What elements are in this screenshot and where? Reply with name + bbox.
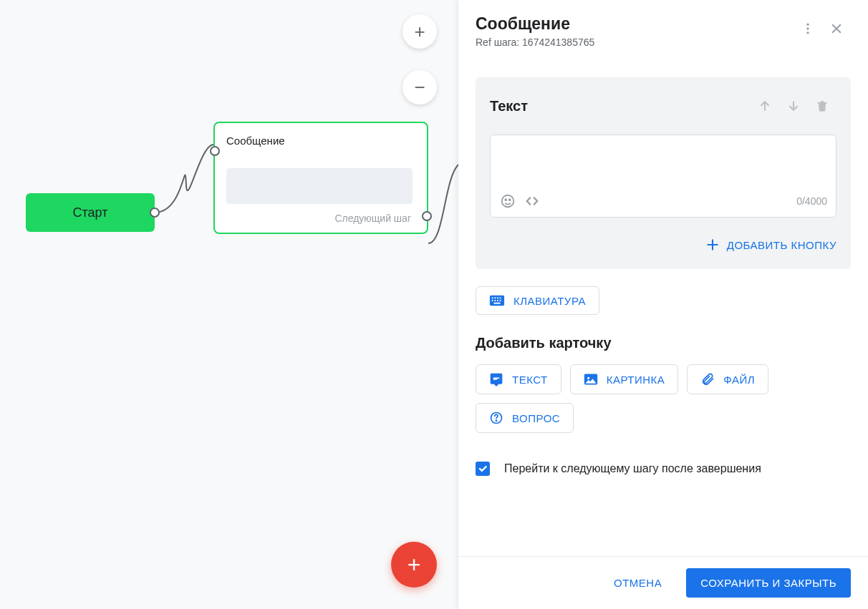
- plus-icon: +: [414, 21, 425, 43]
- text-card-header: Текст: [490, 92, 836, 120]
- node-message-title: Сообщение: [226, 135, 415, 147]
- char-counter: 0/4000: [796, 195, 827, 207]
- svg-point-2: [806, 31, 809, 34]
- next-step-checkbox[interactable]: [476, 462, 490, 476]
- card-type-buttons: ТЕКСТ КАРТИНКА ФАЙЛ ВОПРОС: [476, 364, 851, 433]
- text-card: Текст: [476, 77, 851, 269]
- node-message-body: [226, 168, 413, 204]
- flow-edges: [0, 0, 458, 609]
- save-button[interactable]: СОХРАНИТЬ И ЗАКРЫТЬ: [686, 568, 851, 598]
- keyboard-button[interactable]: КЛАВИАТУРА: [476, 286, 599, 315]
- move-up-button[interactable]: [751, 92, 779, 120]
- zoom-controls: + −: [402, 14, 437, 104]
- text-input[interactable]: 0/4000: [490, 135, 836, 218]
- node-message-port-in[interactable]: [210, 146, 220, 156]
- svg-point-17: [496, 420, 496, 421]
- plus-icon: [705, 238, 720, 252]
- check-icon: [478, 464, 488, 474]
- add-node-fab[interactable]: +: [391, 542, 437, 588]
- delete-card-button[interactable]: [808, 92, 836, 120]
- question-icon: [489, 411, 503, 425]
- node-start-label: Старт: [73, 205, 108, 220]
- svg-rect-13: [497, 300, 498, 301]
- add-text-card-label: ТЕКСТ: [512, 374, 548, 386]
- text-input-toolbar: 0/4000: [491, 187, 836, 217]
- node-message-port-out[interactable]: [422, 211, 432, 221]
- add-text-card-button[interactable]: ТЕКСТ: [476, 364, 561, 394]
- code-icon: [524, 193, 540, 209]
- arrow-up-icon: [758, 99, 772, 113]
- text-card-title: Текст: [490, 98, 751, 115]
- add-question-card-label: ВОПРОС: [512, 412, 560, 424]
- attachment-icon: [700, 372, 715, 386]
- svg-point-4: [505, 199, 506, 200]
- zoom-out-button[interactable]: −: [402, 70, 437, 104]
- close-icon: [829, 21, 844, 36]
- svg-rect-8: [494, 297, 496, 298]
- cancel-button-label: ОТМЕНА: [614, 577, 662, 589]
- next-step-checkbox-label: Перейти к следующему шагу после завершен…: [504, 462, 761, 475]
- side-panel: Сообщение Ref шага: 1674241385765 Текст: [458, 0, 868, 609]
- node-start[interactable]: Старт: [26, 193, 155, 232]
- move-down-button[interactable]: [779, 92, 808, 120]
- add-button-link[interactable]: ДОБАВИТЬ КНОПКУ: [490, 238, 836, 252]
- add-file-card-button[interactable]: ФАЙЛ: [687, 364, 768, 394]
- emoji-icon: [500, 193, 516, 209]
- image-icon: [584, 372, 598, 386]
- panel-body: Текст: [458, 60, 868, 556]
- svg-point-0: [806, 24, 809, 26]
- cancel-button[interactable]: ОТМЕНА: [604, 568, 672, 598]
- save-button-label: СОХРАНИТЬ И ЗАКРЫТЬ: [700, 577, 836, 589]
- minus-icon: −: [414, 77, 425, 99]
- svg-rect-10: [500, 297, 501, 298]
- node-start-port-out[interactable]: [150, 208, 160, 218]
- add-button-label: ДОБАВИТЬ КНОПКУ: [727, 239, 836, 251]
- keyboard-icon: [489, 294, 505, 307]
- panel-footer: ОТМЕНА СОХРАНИТЬ И ЗАКРЫТЬ: [458, 556, 868, 609]
- add-image-card-label: КАРТИНКА: [607, 374, 665, 386]
- add-file-card-label: ФАЙЛ: [723, 374, 755, 386]
- svg-point-3: [502, 195, 514, 208]
- svg-rect-9: [497, 297, 498, 298]
- close-panel-button[interactable]: [822, 14, 851, 43]
- panel-ref: Ref шага: 1674241385765: [476, 36, 794, 48]
- node-message[interactable]: Сообщение Следующий шаг: [213, 122, 428, 234]
- more-options-button[interactable]: [794, 14, 822, 43]
- flow-canvas[interactable]: Старт Сообщение Следующий шаг + − +: [0, 0, 458, 609]
- next-step-checkbox-row: Перейти к следующему шагу после завершен…: [476, 462, 851, 476]
- panel-header: Сообщение Ref шага: 1674241385765: [458, 0, 868, 60]
- add-image-card-button[interactable]: КАРТИНКА: [570, 364, 679, 394]
- svg-point-5: [509, 199, 511, 200]
- text-icon: [489, 372, 503, 386]
- add-question-card-button[interactable]: ВОПРОС: [476, 403, 574, 433]
- svg-rect-7: [492, 297, 493, 298]
- emoji-button[interactable]: [499, 193, 516, 210]
- svg-rect-12: [494, 300, 496, 301]
- trash-icon: [815, 99, 829, 113]
- text-editable-area[interactable]: [491, 135, 836, 187]
- keyboard-button-label: КЛАВИАТУРА: [513, 295, 586, 307]
- panel-title: Сообщение: [476, 14, 794, 34]
- svg-point-1: [806, 27, 809, 29]
- arrow-down-icon: [786, 99, 801, 113]
- svg-rect-14: [500, 300, 501, 301]
- svg-rect-11: [492, 300, 493, 301]
- add-card-title: Добавить карточку: [476, 335, 851, 351]
- node-message-next-step: Следующий шаг: [334, 213, 411, 224]
- svg-rect-15: [493, 303, 500, 304]
- dots-vertical-icon: [801, 21, 815, 36]
- plus-icon: +: [408, 552, 421, 578]
- code-button[interactable]: [524, 193, 541, 210]
- zoom-in-button[interactable]: +: [402, 14, 437, 49]
